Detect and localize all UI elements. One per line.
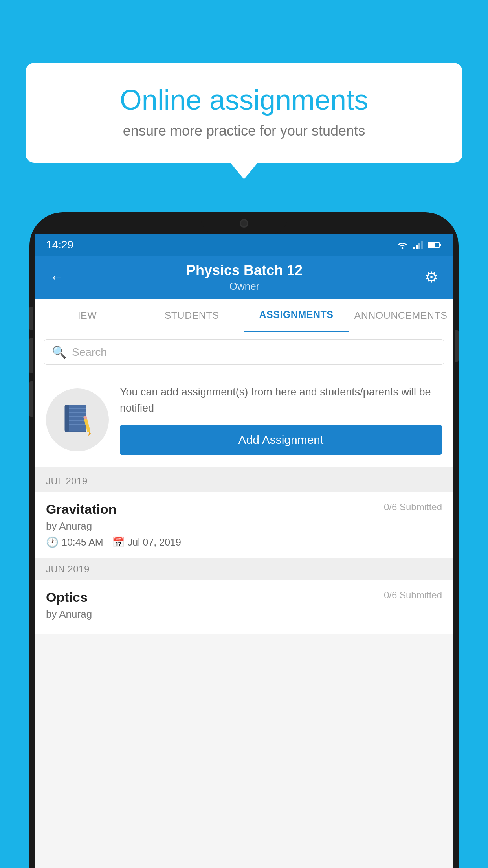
speech-bubble-container: Online assignments ensure more practice …	[26, 63, 462, 163]
svg-rect-7	[429, 243, 435, 247]
assignment-meta: 🕐 10:45 AM 📅 Jul 07, 2019	[46, 536, 442, 548]
assignment-date: 📅 Jul 07, 2019	[112, 536, 181, 548]
status-icons	[396, 241, 442, 249]
phone-power-button	[455, 330, 459, 362]
header-subtitle: Owner	[186, 280, 303, 292]
assignment-submitted: 0/6 Submitted	[384, 502, 442, 513]
phone-silent-button	[29, 381, 33, 417]
assignment-submitted-optics: 0/6 Submitted	[384, 590, 442, 601]
assignment-row-top: Gravitation 0/6 Submitted	[46, 502, 442, 517]
status-bar: 14:29	[35, 234, 453, 256]
phone-notch	[201, 212, 287, 234]
status-time: 14:29	[46, 239, 73, 251]
header-title: Physics Batch 12	[186, 262, 303, 279]
tab-assignments[interactable]: ASSIGNMENTS	[244, 299, 349, 332]
camera-dot	[240, 219, 248, 228]
notebook-icon	[62, 403, 93, 436]
tab-announcements[interactable]: ANNOUNCEMENTS	[349, 299, 453, 332]
header-center: Physics Batch 12 Owner	[186, 262, 303, 292]
battery-icon	[428, 241, 442, 248]
search-placeholder: Search	[72, 346, 107, 359]
svg-rect-6	[439, 244, 441, 246]
signal-icon	[413, 241, 423, 249]
tabs-container: IEW STUDENTS ASSIGNMENTS ANNOUNCEMENTS	[35, 299, 453, 332]
tab-students[interactable]: STUDENTS	[139, 299, 244, 332]
promo-content: You can add assignment(s) from here and …	[120, 384, 442, 455]
assignment-author-optics: by Anurag	[46, 608, 442, 620]
speech-bubble: Online assignments ensure more practice …	[26, 63, 462, 163]
promo-section: You can add assignment(s) from here and …	[35, 372, 453, 470]
assignment-author: by Anurag	[46, 520, 442, 532]
svg-rect-14	[65, 405, 69, 432]
phone-screen: 14:29	[35, 234, 453, 868]
svg-point-0	[402, 247, 404, 249]
promo-icon-circle	[46, 388, 109, 451]
svg-rect-1	[413, 247, 415, 249]
promo-description: You can add assignment(s) from here and …	[120, 384, 442, 416]
svg-rect-2	[416, 245, 418, 249]
assignment-time: 🕐 10:45 AM	[46, 536, 103, 548]
tab-iew[interactable]: IEW	[35, 299, 139, 332]
assignment-row-top-optics: Optics 0/6 Submitted	[46, 590, 442, 605]
month-separator-jul: JUL 2019	[35, 470, 453, 492]
speech-bubble-title: Online assignments	[53, 85, 435, 116]
search-input-wrapper[interactable]: 🔍 Search	[44, 339, 444, 365]
calendar-icon: 📅	[112, 536, 125, 548]
clock-icon: 🕐	[46, 536, 59, 548]
settings-icon[interactable]: ⚙	[421, 265, 442, 290]
svg-rect-3	[418, 243, 420, 249]
assignment-name-optics: Optics	[46, 590, 88, 605]
wifi-icon	[396, 241, 408, 249]
phone-frame: 14:29	[29, 212, 459, 868]
back-button[interactable]: ←	[46, 265, 68, 289]
phone-volume-down-button	[29, 338, 33, 373]
add-assignment-button[interactable]: Add Assignment	[120, 425, 442, 455]
search-container: 🔍 Search	[35, 332, 453, 372]
assignment-name: Gravitation	[46, 502, 116, 517]
app-header: ← Physics Batch 12 Owner ⚙	[35, 256, 453, 299]
search-icon: 🔍	[52, 345, 66, 359]
speech-bubble-subtitle: ensure more practice for your students	[53, 123, 435, 139]
assignment-item-optics[interactable]: Optics 0/6 Submitted by Anurag	[35, 580, 453, 634]
month-separator-jun: JUN 2019	[35, 558, 453, 580]
assignment-item-gravitation[interactable]: Gravitation 0/6 Submitted by Anurag 🕐 10…	[35, 492, 453, 558]
phone-volume-up-button	[29, 307, 33, 330]
svg-rect-4	[421, 241, 423, 249]
